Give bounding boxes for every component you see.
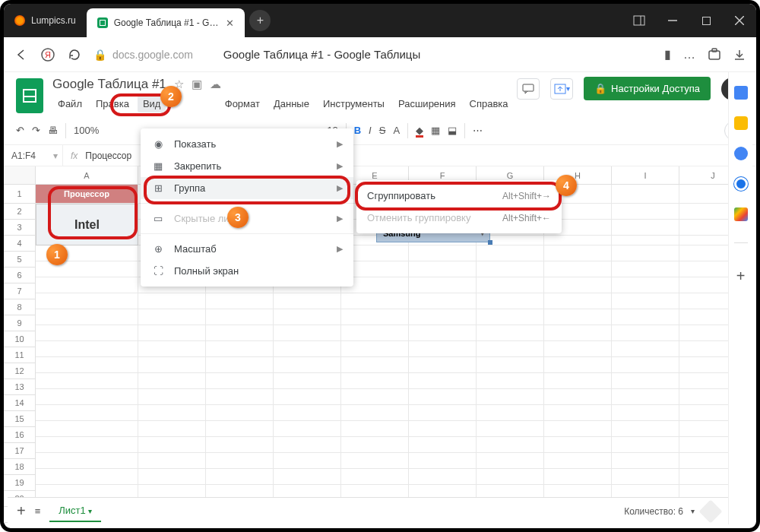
row-header[interactable]: 16 — [4, 427, 36, 443]
strike-button[interactable]: S — [379, 125, 386, 136]
menu-help[interactable]: Справка — [464, 95, 514, 112]
comments-button[interactable] — [517, 78, 540, 100]
menu-fullscreen[interactable]: ⛶Полный экран — [141, 260, 353, 282]
side-panel: + — [728, 72, 752, 524]
minimize-button[interactable] — [656, 4, 689, 37]
row-header[interactable]: 13 — [4, 379, 36, 395]
toolbar: ↶ ↷ 🖶 100% 12 B I S A ◆ ▦ ⬓ ⋯ ˆ — [4, 116, 756, 145]
text-color-button[interactable]: A — [393, 125, 400, 136]
row-header[interactable]: 5 — [4, 252, 36, 268]
select-all-corner[interactable] — [4, 166, 36, 185]
annotation-badge: 3 — [227, 207, 249, 228]
italic-button[interactable]: I — [369, 125, 372, 136]
row-header[interactable]: 1 — [4, 185, 36, 204]
menubar: Файл Правка Вид Вставка Формат Данные Ин… — [52, 95, 517, 112]
keep-icon[interactable] — [734, 116, 748, 130]
menu-format[interactable]: Формат — [220, 95, 265, 112]
zoom-select[interactable]: 100% — [74, 125, 99, 136]
row-header[interactable]: 9 — [4, 315, 36, 331]
doc-title[interactable]: Google Таблица #1 — [52, 77, 166, 92]
count-label: Количество: 6 — [624, 506, 683, 517]
eye-icon: ◉ — [151, 138, 165, 150]
annotation-badge: 4 — [556, 175, 577, 196]
move-icon[interactable]: ▣ — [192, 78, 202, 91]
cell-header[interactable]: Процессор — [36, 185, 138, 204]
row-header[interactable]: 18 — [4, 459, 36, 475]
row-header[interactable]: 19 — [4, 475, 36, 491]
bold-button[interactable]: B — [354, 125, 361, 136]
menu-freeze[interactable]: ▦Закрепить▶ — [141, 155, 353, 177]
svg-rect-10 — [523, 84, 534, 91]
row-header[interactable]: 2 — [4, 204, 36, 220]
tasks-icon[interactable] — [734, 147, 748, 160]
menu-file[interactable]: Файл — [52, 95, 87, 112]
yandex-icon[interactable]: Я — [40, 47, 55, 62]
all-sheets-button[interactable]: ≡ — [35, 505, 41, 517]
svg-rect-9 — [712, 49, 717, 52]
close-icon[interactable]: ✕ — [226, 17, 234, 29]
more-icon[interactable]: … — [683, 48, 695, 62]
merge-button[interactable]: ⬓ — [448, 125, 457, 136]
extensions-icon[interactable] — [708, 48, 721, 62]
row-header[interactable]: 3 — [4, 220, 36, 236]
lock-icon: 🔒 — [93, 49, 106, 61]
row-header[interactable]: 15 — [4, 411, 36, 427]
share-button[interactable]: 🔒 Настройки Доступа — [584, 77, 711, 100]
maps-icon[interactable] — [734, 207, 748, 221]
contacts-icon[interactable] — [734, 177, 748, 191]
row-header[interactable]: 12 — [4, 363, 36, 379]
browser-tab-active[interactable]: Google Таблица #1 - G… ✕ — [87, 8, 245, 37]
submenu-group[interactable]: СгруппироватьAlt+Shift+→ — [356, 185, 562, 207]
redo-button[interactable]: ↷ — [32, 125, 40, 136]
sidebar-toggle-icon[interactable] — [622, 4, 656, 37]
row-header[interactable]: 10 — [4, 331, 36, 347]
menu-tools[interactable]: Инструменты — [318, 95, 390, 112]
toolbar-more-button[interactable]: ⋯ — [473, 125, 483, 136]
menu-group[interactable]: ⊞Группа▶ — [141, 177, 353, 199]
bookmark-icon[interactable]: ▮ — [664, 47, 671, 62]
menu-zoom[interactable]: ⊕Масштаб▶ — [141, 238, 353, 260]
print-button[interactable]: 🖶 — [48, 125, 58, 136]
group-submenu-dropdown: СгруппироватьAlt+Shift+→ Отменить группи… — [356, 180, 562, 233]
addons-plus-icon[interactable]: + — [736, 268, 746, 285]
favicon-lumpics — [14, 15, 25, 26]
present-button[interactable]: ▾ — [550, 78, 573, 100]
back-button[interactable] — [14, 48, 28, 62]
fill-color-button[interactable]: ◆ — [416, 125, 423, 136]
explore-icon[interactable] — [698, 499, 722, 523]
add-sheet-button[interactable]: + — [17, 502, 26, 520]
row-header[interactable]: 6 — [4, 268, 36, 283]
url-display[interactable]: 🔒 docs.google.com — [93, 49, 193, 61]
formula-input[interactable]: Процессор — [85, 150, 131, 161]
download-icon[interactable] — [733, 49, 746, 61]
row-header[interactable]: 11 — [4, 347, 36, 363]
close-window-button[interactable] — [723, 4, 756, 37]
new-tab-button[interactable]: + — [249, 10, 271, 31]
browser-tab-inactive[interactable]: Lumpics.ru — [4, 4, 87, 37]
row-header[interactable]: 7 — [4, 283, 36, 299]
row-header[interactable]: 14 — [4, 395, 36, 411]
menu-edit[interactable]: Правка — [90, 95, 135, 112]
col-header[interactable]: I — [612, 166, 679, 185]
undo-button[interactable]: ↶ — [16, 125, 24, 136]
menu-show[interactable]: ◉Показать▶ — [141, 133, 353, 155]
maximize-button[interactable] — [689, 4, 723, 37]
cloud-icon[interactable]: ☁ — [210, 78, 221, 91]
sheets-logo-icon[interactable] — [16, 78, 43, 113]
menu-extensions[interactable]: Расширения — [393, 95, 461, 112]
name-box[interactable]: A1:F4▾ — [4, 145, 63, 166]
menu-data[interactable]: Данные — [268, 95, 315, 112]
row-header[interactable]: 8 — [4, 299, 36, 315]
formula-bar: A1:F4▾ fx Процессор — [4, 145, 756, 166]
borders-button[interactable]: ▦ — [431, 125, 440, 136]
tab-label: Lumpics.ru — [31, 15, 76, 26]
calendar-icon[interactable] — [734, 86, 748, 100]
row-header[interactable]: 4 — [4, 236, 36, 252]
row-header[interactable]: 17 — [4, 443, 36, 459]
col-header[interactable]: A — [36, 166, 138, 185]
cell-intel[interactable]: Intel — [36, 204, 138, 245]
reload-button[interactable] — [68, 48, 81, 62]
zoom-icon: ⊕ — [151, 243, 165, 255]
sheet-tab[interactable]: Лист1 ▾ — [49, 500, 101, 522]
freeze-icon: ▦ — [151, 160, 165, 172]
